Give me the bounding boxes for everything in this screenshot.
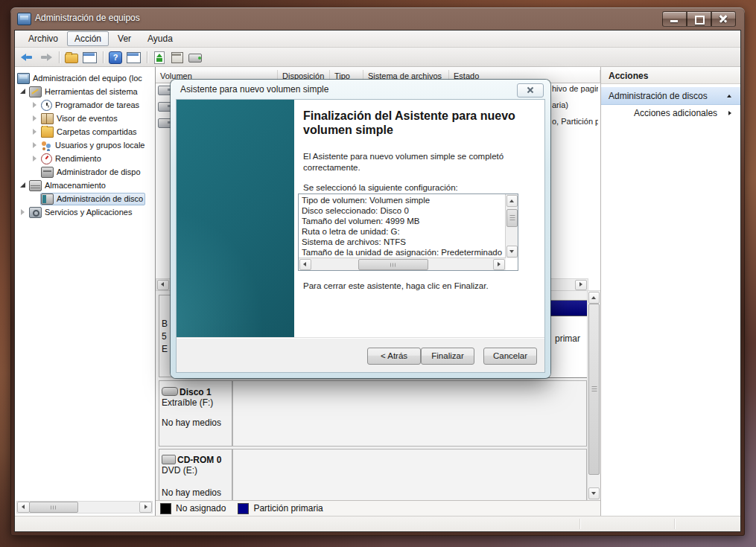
collapsed-arrow-icon[interactable] <box>30 100 40 109</box>
device-manager-icon <box>41 167 54 178</box>
tree-item-storage[interactable]: Almacenamiento <box>15 179 156 192</box>
cdrom-media-type: DVD (E:) <box>162 465 197 476</box>
scroll-right-button[interactable] <box>575 280 587 290</box>
scroll-left-button[interactable] <box>17 502 30 513</box>
setting-drive-letter: Ruta o letra de unidad: G: <box>299 226 506 237</box>
collapsed-arrow-icon[interactable] <box>30 114 40 123</box>
tree-item-local-users-groups[interactable]: Usuarios y grupos locale <box>15 138 156 152</box>
expanded-arrow-icon[interactable] <box>18 87 28 96</box>
maximize-button[interactable] <box>687 11 711 27</box>
tree-item-disk-management[interactable]: Administración de disco <box>15 192 156 205</box>
collapsed-arrow-icon[interactable] <box>30 141 40 150</box>
tree-item-performance[interactable]: Rendimiento <box>15 152 156 165</box>
scroll-down-button[interactable] <box>588 487 600 499</box>
collapsed-arrow-icon[interactable] <box>30 154 40 163</box>
setting-selected-disk: Disco seleccionado: Disco 0 <box>299 205 506 216</box>
back-button[interactable]: < Atrás <box>367 348 421 365</box>
tree-item-event-viewer[interactable]: Visor de eventos <box>15 112 156 125</box>
minimize-button[interactable] <box>662 11 687 27</box>
cancel-button[interactable]: Cancelar <box>483 348 537 365</box>
wizard-heading: Finalización del Asistente para nuevo vo… <box>303 109 530 138</box>
scrollbar-thumb[interactable] <box>358 259 428 270</box>
tree-item-task-scheduler[interactable]: Programador de tareas <box>15 98 156 112</box>
event-viewer-icon <box>41 113 54 124</box>
cdrom-label-box[interactable]: CD-ROM 0 DVD (E:) No hay medios <box>159 449 232 501</box>
scroll-right-button[interactable] <box>493 259 505 270</box>
disk-management-toolbar-icon[interactable] <box>187 51 203 64</box>
refresh-icon[interactable] <box>151 51 168 64</box>
export-list-icon[interactable] <box>63 51 80 64</box>
collapsed-arrow-icon[interactable] <box>30 127 40 136</box>
disk-view-vertical-scrollbar[interactable] <box>587 290 601 501</box>
primary-partition-swatch <box>238 503 249 514</box>
listbox-vertical-scrollbar[interactable] <box>505 194 518 258</box>
window-titlebar[interactable]: Administración de equipos <box>10 7 745 30</box>
actions-item-disk-management[interactable]: Administración de discos <box>601 86 740 105</box>
wizard-close-hint: Para cerrar este asistente, haga clic en… <box>303 281 489 290</box>
partition-label-fragment: primar <box>555 333 580 344</box>
computer-management-icon <box>17 13 31 25</box>
scroll-up-button[interactable] <box>506 195 518 207</box>
disk1-label-box[interactable]: Disco 1 Extraíble (F:) No hay medios <box>159 380 232 447</box>
menu-bar: Archivo Acción Ver Ayuda <box>15 31 740 48</box>
wizard-intro-text: El Asistente para nuevo volumen simple s… <box>303 151 538 173</box>
wizard-settings-items: Tipo de volumen: Volumen simple Disco se… <box>299 195 506 258</box>
partition-legend: No asignado Partición primaria <box>156 500 600 516</box>
desktop-background: Administración de equipos Archivo Acción… <box>0 0 756 547</box>
wizard-footer: < Atrás Finalizar Cancelar <box>177 337 544 372</box>
show-console-tree-icon[interactable] <box>125 51 142 64</box>
cd-drive-icon <box>162 455 176 464</box>
setting-volume-type: Tipo de volumen: Volumen simple <box>299 195 506 205</box>
scroll-right-button[interactable] <box>139 502 152 513</box>
legend-label-primary: Partición primaria <box>253 503 323 514</box>
scrollbar-thumb[interactable] <box>588 304 600 475</box>
help-icon[interactable]: ? <box>107 51 124 64</box>
new-simple-volume-wizard-dialog: Asistente para nuevo volumen simple Fina… <box>171 80 550 378</box>
setting-allocation-unit: Tamaño de la unidad de asignación: Prede… <box>299 247 506 257</box>
scroll-down-button[interactable] <box>506 246 518 257</box>
listbox-horizontal-scrollbar[interactable] <box>299 257 506 270</box>
minimize-icon <box>670 20 678 22</box>
collapse-up-icon[interactable] <box>727 95 731 97</box>
scroll-up-button[interactable] <box>588 292 600 304</box>
actions-pane: Acciones Administración de discos Accion… <box>600 67 740 516</box>
wizard-sidebar-graphic <box>177 100 294 338</box>
disk1-region[interactable] <box>232 380 587 447</box>
cdrom-region[interactable] <box>232 449 587 501</box>
back-icon[interactable] <box>19 51 36 64</box>
wizard-close-button[interactable] <box>517 83 544 97</box>
scrollbar-thumb[interactable] <box>506 209 518 227</box>
scrollbar-thumb[interactable] <box>29 502 78 513</box>
disk1-status: No hay medios <box>162 418 221 428</box>
properties-icon[interactable] <box>169 51 185 64</box>
forward-icon[interactable] <box>37 51 54 64</box>
actions-item-additional-actions[interactable]: Acciones adicionales <box>601 104 740 121</box>
tree-item-device-manager[interactable]: Administrador de dispo <box>15 165 156 179</box>
tree-item-computer-management[interactable]: Administración del equipo (loc <box>15 71 156 85</box>
tree-item-system-tools[interactable]: Herramientas del sistema <box>15 85 156 98</box>
wizard-settings-listbox[interactable]: Tipo de volumen: Volumen simple Disco se… <box>298 193 518 271</box>
tree-item-shared-folders[interactable]: Carpetas compartidas <box>15 125 156 138</box>
menu-ayuda[interactable]: Ayuda <box>140 31 180 46</box>
menu-archivo[interactable]: Archivo <box>21 31 66 46</box>
toolbar-separator <box>147 51 147 63</box>
volume-status-fragment: o, Partición p <box>552 117 598 126</box>
tree-horizontal-scrollbar[interactable] <box>16 501 153 514</box>
tree-item-services-applications[interactable]: Servicios y Aplicaciones <box>15 205 156 219</box>
console-window-icon[interactable] <box>81 51 98 64</box>
toolbar-separator <box>59 51 60 63</box>
cdrom-status: No hay medios <box>162 487 221 498</box>
expanded-arrow-icon[interactable] <box>18 181 28 190</box>
scroll-left-button[interactable] <box>299 259 311 270</box>
submenu-right-icon[interactable] <box>728 111 731 115</box>
finish-button[interactable]: Finalizar <box>421 348 474 365</box>
console-tree: Administración del equipo (loc Herramien… <box>15 67 156 516</box>
scroll-left-button[interactable] <box>157 280 169 290</box>
task-scheduler-icon <box>41 100 52 111</box>
menu-ver[interactable]: Ver <box>110 31 139 46</box>
close-button[interactable] <box>711 11 736 27</box>
menu-accion[interactable]: Acción <box>67 31 109 46</box>
toolbar: ? <box>15 48 740 67</box>
wizard-title: Asistente para nuevo volumen simple <box>180 84 328 95</box>
collapsed-arrow-icon[interactable] <box>18 208 28 217</box>
